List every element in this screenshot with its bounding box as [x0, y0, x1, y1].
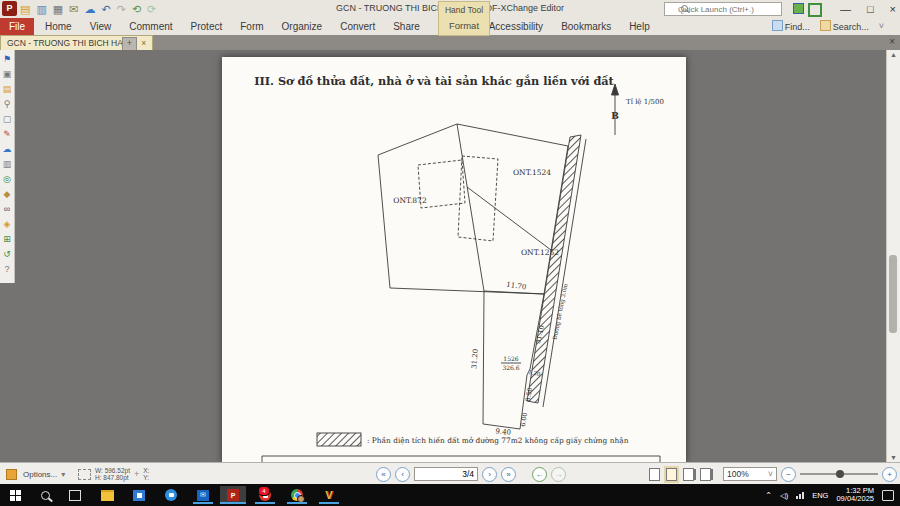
comments-pane-icon[interactable]: ▤	[1, 82, 14, 97]
task-view-icon[interactable]	[62, 486, 88, 504]
zoom-slider[interactable]	[800, 473, 878, 475]
new-tab-button[interactable]: +	[122, 37, 137, 51]
tray-expand-icon[interactable]: ⌃	[765, 491, 772, 500]
zoom-level-select[interactable]: 100% ˅	[723, 467, 777, 481]
next-page-button[interactable]: ›	[482, 467, 497, 482]
start-button[interactable]	[2, 486, 28, 504]
menu-home[interactable]: Home	[36, 21, 81, 32]
destinations-pane-icon[interactable]: ◎	[1, 172, 14, 187]
thumbnails-pane-icon[interactable]: ▣	[1, 67, 14, 82]
two-page-continuous-icon[interactable]	[700, 468, 711, 481]
vertical-scrollbar[interactable]: ▲ ▼	[886, 50, 900, 462]
parcel-label: ONT.872	[393, 196, 427, 205]
options-dropdown-icon[interactable]: ▾	[61, 470, 65, 479]
menu-help[interactable]: Help	[620, 21, 659, 32]
x-readout: X:	[143, 467, 149, 474]
measurement-jog: 1.20	[528, 369, 542, 378]
clock[interactable]: 1:32 PM 09/04/2025	[836, 487, 874, 503]
layers-pane-icon[interactable]: ▥	[1, 157, 14, 172]
menu-form[interactable]: Form	[231, 21, 272, 32]
scrollbar-thumb[interactable]	[889, 255, 897, 333]
north-label: B	[611, 111, 619, 121]
attachments-pane-icon[interactable]: ⚲	[1, 97, 14, 112]
minimize-button[interactable]: —	[840, 3, 851, 15]
launch-apps-icon[interactable]	[793, 3, 804, 14]
crosshair-icon: +	[134, 469, 139, 479]
tab-close-icon[interactable]: ×	[141, 36, 146, 51]
view-back-button[interactable]: ←	[532, 467, 547, 482]
menu-comment[interactable]: Comment	[120, 21, 181, 32]
tray-date: 09/04/2025	[836, 494, 874, 503]
zoom-slider-thumb[interactable]	[836, 470, 844, 478]
network-icon[interactable]	[796, 492, 804, 499]
file-explorer-icon[interactable]	[94, 486, 120, 504]
outlook-app-icon[interactable]: ✉	[190, 486, 216, 504]
red-messaging-app-icon[interactable]: 4	[252, 486, 278, 504]
signatures-pane-icon[interactable]: ✎	[1, 127, 14, 142]
find-button[interactable]: Find...	[772, 20, 810, 32]
search-icon	[681, 5, 688, 12]
menu-organize[interactable]: Organize	[273, 21, 332, 32]
menu-file[interactable]: File	[0, 18, 34, 35]
maximize-button[interactable]: □	[867, 3, 874, 15]
photos-app-icon[interactable]	[126, 486, 152, 504]
zoom-in-button[interactable]: +	[882, 467, 897, 482]
search-folder-icon	[820, 20, 831, 31]
language-indicator[interactable]: ENG	[812, 491, 828, 500]
menu-convert[interactable]: Convert	[331, 21, 384, 32]
fields-pane-icon[interactable]: ▢	[1, 112, 14, 127]
hand-tool-label: Hand Tool	[439, 2, 489, 15]
document-tab-bar: GCN - TRUONG THI BICH HANH × + ×	[0, 35, 900, 50]
active-tool-indicator[interactable]: Hand Tool Format	[438, 1, 490, 36]
pdf-page: III. Sơ đồ thửa đất, nhà ở và tài sản kh…	[222, 57, 686, 462]
menu-share[interactable]: Share	[384, 21, 429, 32]
page-number-input[interactable]	[414, 467, 478, 481]
tags-pane-icon[interactable]: ◈	[1, 217, 14, 232]
zoom-out-button[interactable]: −	[781, 467, 796, 482]
menu-accessibility[interactable]: Accessibility	[480, 21, 552, 32]
v-app-icon[interactable]: V	[316, 486, 342, 504]
measurement-left: 31.20	[470, 348, 480, 369]
zoom-dropdown-icon[interactable]: ˅	[768, 469, 773, 479]
parcel-label: ONT.1252	[521, 248, 559, 257]
close-button[interactable]: ×	[890, 3, 896, 15]
two-page-layout-icon[interactable]	[683, 468, 694, 481]
parcel-divider-line-1	[457, 124, 484, 291]
first-page-button[interactable]: «	[376, 467, 391, 482]
search-button[interactable]: Search...	[820, 20, 869, 32]
previous-page-button[interactable]: ‹	[395, 467, 410, 482]
plot-diagram: III. Sơ đồ thửa đất, nhà ở và tài sản kh…	[222, 57, 686, 462]
options-button[interactable]: Options...	[23, 470, 57, 479]
single-page-layout-icon[interactable]	[649, 468, 660, 481]
volume-icon[interactable]: ◁)	[780, 491, 788, 500]
messenger-app-icon[interactable]	[158, 486, 184, 504]
action-center-icon[interactable]	[882, 490, 894, 501]
pane-close-icon[interactable]: ×	[889, 36, 895, 47]
continuous-layout-icon[interactable]	[666, 468, 677, 481]
menu-view[interactable]: View	[81, 21, 121, 32]
chevron-down-icon[interactable]: ˅	[879, 21, 884, 31]
optimize-tool-icon[interactable]: ↺	[1, 247, 14, 262]
last-page-button[interactable]: »	[501, 467, 516, 482]
view-forward-button[interactable]: →	[551, 467, 566, 482]
measurement-top: 11.70	[506, 281, 527, 292]
scroll-up-icon[interactable]: ▲	[887, 51, 900, 58]
links-pane-icon[interactable]: ∞	[1, 202, 14, 217]
content-pane-icon[interactable]: ◆	[1, 187, 14, 202]
map-scale-label: Tỉ lệ 1/500	[626, 98, 664, 106]
measure-tool-icon[interactable]: ⊞	[1, 232, 14, 247]
parcel-divider-line-2	[467, 187, 551, 250]
chrome-app-icon[interactable]	[284, 486, 310, 504]
pdf-xchange-taskbar-icon[interactable]: P	[220, 486, 246, 504]
session-icon[interactable]	[808, 3, 822, 17]
status-bar: Options... ▾ W: 596.52pt H: 847.80pt + X…	[0, 462, 900, 485]
menu-format[interactable]: Format	[439, 15, 489, 31]
menu-bookmarks[interactable]: Bookmarks	[552, 21, 620, 32]
taskbar-search-icon[interactable]	[32, 486, 58, 504]
stamps-pane-icon[interactable]: ☁	[1, 142, 14, 157]
help-pane-icon[interactable]: ?	[1, 262, 14, 277]
scroll-down-icon[interactable]: ▼	[887, 454, 900, 461]
bookmarks-pane-icon[interactable]: ⚑	[1, 52, 14, 67]
menu-protect[interactable]: Protect	[182, 21, 232, 32]
measurement-right-lower: 6.00	[519, 412, 529, 428]
